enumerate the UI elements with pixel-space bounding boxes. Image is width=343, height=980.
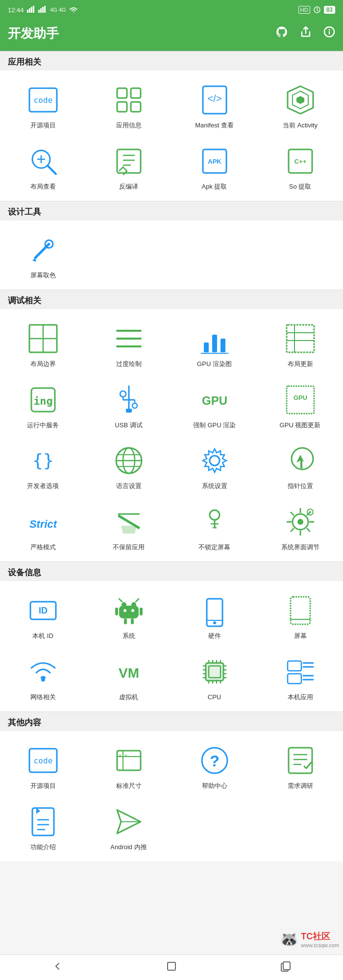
svg-point-100	[131, 609, 134, 612]
item-sys-setting[interactable]: 系统设置	[172, 435, 257, 496]
item-cpu[interactable]: CPU	[172, 646, 257, 708]
manifest-label: Manifest 查看	[195, 122, 234, 130]
svg-marker-23	[296, 96, 304, 104]
item-running-service[interactable]: ing 运行中服务	[0, 374, 86, 436]
item-decompile[interactable]: 反编译	[86, 136, 172, 197]
svg-text:GPU: GPU	[293, 394, 307, 401]
svg-line-87	[291, 528, 294, 532]
open-source-label: 开源项目	[30, 122, 56, 130]
svg-text:</>: </>	[207, 93, 221, 104]
decompile-label: 反编译	[119, 183, 138, 191]
share-icon[interactable]	[300, 26, 312, 41]
apk-extract-label: Apk 提取	[201, 183, 227, 191]
network-type: 4G 4G	[50, 7, 66, 13]
svg-point-57	[120, 391, 126, 397]
item-standard-size[interactable]: 标准尺寸	[86, 735, 172, 796]
item-hardware[interactable]: 硬件	[172, 585, 257, 646]
svg-rect-7	[44, 6, 46, 13]
item-survey[interactable]: 需求调研	[257, 735, 343, 796]
item-lang-setting[interactable]: 语言设置	[86, 435, 172, 496]
item-apk-extract[interactable]: APK Apk 提取	[172, 136, 257, 197]
hd-badge: HD	[298, 6, 310, 14]
pointer-location-icon	[283, 443, 318, 478]
item-so-extract[interactable]: C++ So 提取	[257, 136, 343, 197]
empty-other-1	[172, 796, 257, 858]
grid-design-tools: 屏幕取色	[0, 220, 343, 290]
app-info-icon	[111, 82, 147, 118]
item-strict-mode[interactable]: Strict 严格模式	[0, 496, 86, 558]
item-color-picker[interactable]: 屏幕取色	[0, 224, 86, 286]
github-icon[interactable]	[275, 25, 288, 41]
item-manifest[interactable]: </> Manifest 查看	[172, 74, 257, 136]
svg-rect-97	[124, 618, 127, 624]
info-icon[interactable]	[323, 26, 335, 41]
item-no-keep-app[interactable]: 不保留应用	[86, 496, 172, 558]
item-screen[interactable]: 屏幕	[257, 585, 343, 646]
local-apps-icon	[283, 654, 318, 689]
item-network[interactable]: 网络相关	[0, 646, 86, 708]
svg-rect-5	[40, 8, 42, 13]
item-system[interactable]: 系统	[86, 585, 172, 646]
item-pointer-location[interactable]: 指针位置	[257, 435, 343, 496]
svg-rect-47	[220, 339, 225, 352]
grid-debug: 布局边界 过度绘制 GPU 渲染图 布局更新 ing 运行中服务	[0, 309, 343, 562]
help-center-label: 帮助中心	[202, 782, 227, 790]
svg-rect-106	[291, 597, 310, 624]
item-sys-ui-tune[interactable]: 系统界面调节	[257, 496, 343, 558]
section-header-app: 应用相关	[0, 51, 343, 71]
svg-rect-46	[212, 335, 217, 352]
item-force-gpu[interactable]: GPU 强制 GPU 渲染	[172, 374, 257, 436]
no-keep-app-icon	[111, 504, 147, 539]
sys-ui-tune-label: 系统界面调节	[281, 543, 319, 552]
current-activity-icon	[283, 82, 318, 118]
item-gpu-render[interactable]: GPU 渲染图	[172, 313, 257, 374]
item-feature-intro[interactable]: 功能介绍	[0, 796, 86, 858]
item-open-source2[interactable]: code 开源项目	[0, 735, 86, 796]
screen-icon	[283, 593, 318, 628]
item-no-lock-screen[interactable]: 不锁定屏幕	[172, 496, 257, 558]
svg-point-105	[213, 621, 216, 624]
item-help-center[interactable]: ? 帮助中心	[172, 735, 257, 796]
title-bar: 开发助手	[0, 20, 343, 51]
item-over-draw[interactable]: 过度绘制	[86, 313, 172, 374]
item-layout-border[interactable]: 布局边界	[0, 313, 86, 374]
item-dev-options[interactable]: {} 开发者选项	[0, 435, 86, 496]
svg-rect-145	[289, 748, 312, 773]
item-vm[interactable]: VM 虚拟机	[86, 646, 172, 708]
usb-debug-label: USB 调试	[115, 421, 142, 430]
so-extract-icon: C++	[283, 144, 318, 179]
item-gpu-view[interactable]: GPU GPU 视图更新	[257, 374, 343, 436]
item-android-inner[interactable]: Android 内推	[86, 796, 172, 858]
survey-label: 需求调研	[288, 782, 313, 790]
home-button[interactable]	[154, 956, 189, 979]
device-id-icon: ID	[25, 593, 61, 628]
svg-text:ID: ID	[39, 606, 48, 615]
item-open-source[interactable]: code 开源项目	[0, 74, 86, 136]
layout-inspect-label: 布局查看	[30, 183, 56, 191]
section-header-design: 设计工具	[0, 201, 343, 220]
sys-setting-icon	[197, 443, 232, 478]
recent-button[interactable]	[268, 956, 303, 979]
svg-point-58	[132, 403, 137, 408]
back-button[interactable]	[40, 956, 75, 979]
svg-text:Strict: Strict	[29, 518, 57, 530]
strict-mode-label: 严格模式	[30, 543, 56, 552]
cpu-icon	[197, 654, 232, 689]
svg-rect-4	[38, 10, 40, 13]
item-usb-debug[interactable]: USB 调试	[86, 374, 172, 436]
item-device-id[interactable]: ID 本机 ID	[0, 585, 86, 646]
svg-line-25	[48, 166, 56, 174]
svg-rect-137	[117, 751, 141, 770]
item-current-activity[interactable]: 当前 Activity	[257, 74, 343, 136]
svg-point-71	[210, 456, 220, 466]
item-app-info[interactable]: 应用信息	[86, 74, 172, 136]
network-icon	[25, 654, 61, 689]
layout-inspect-icon	[25, 144, 61, 179]
android-inner-label: Android 内推	[110, 843, 147, 852]
item-layout-update[interactable]: 布局更新	[257, 313, 343, 374]
svg-line-101	[119, 599, 122, 602]
svg-line-84	[291, 512, 294, 515]
item-layout-inspect[interactable]: 布局查看	[0, 136, 86, 197]
item-local-apps[interactable]: 本机应用	[257, 646, 343, 708]
svg-rect-149	[32, 808, 54, 835]
